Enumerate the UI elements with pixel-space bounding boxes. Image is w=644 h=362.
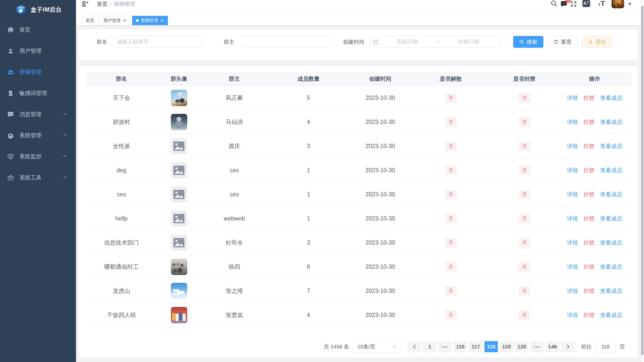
gear-icon xyxy=(8,132,14,139)
group-owner: 张之维 xyxy=(226,287,243,295)
view-members-link[interactable]: 查看成员 xyxy=(600,263,622,271)
group-owner-input[interactable] xyxy=(240,36,331,48)
column-header: 群主 xyxy=(202,75,267,83)
page-button-119[interactable]: 119 xyxy=(500,341,513,352)
more-pages-button[interactable]: ••• xyxy=(531,341,544,352)
next-page-button[interactable] xyxy=(561,341,575,352)
tab-2[interactable]: 群聊管理 xyxy=(132,16,168,25)
detail-link[interactable]: 详情 xyxy=(567,263,578,271)
ban-link[interactable]: 封禁 xyxy=(584,94,595,102)
reset-button[interactable]: 重置 xyxy=(548,36,578,48)
group-name: 哪都通临时工 xyxy=(104,263,139,271)
ban-link[interactable]: 封禁 xyxy=(584,215,595,222)
group-name: ces xyxy=(117,191,126,198)
column-header: 创建时间 xyxy=(350,75,410,83)
start-date-placeholder[interactable]: 开始日期 xyxy=(378,38,436,45)
goto-page-input[interactable] xyxy=(595,341,616,352)
translate-icon[interactable]: A文 xyxy=(582,0,590,7)
sidebar-item-label: 消息管理 xyxy=(19,111,42,118)
ban-link[interactable]: 封禁 xyxy=(584,263,595,271)
group-name: 碧游村 xyxy=(113,118,130,126)
ban-link[interactable]: 封禁 xyxy=(584,167,595,174)
page-size-select[interactable]: 10条/页 xyxy=(353,341,401,352)
ban-link[interactable]: 封禁 xyxy=(584,311,595,319)
tab-1[interactable]: 用户管理 xyxy=(100,16,130,25)
dissolved-tag: 否 xyxy=(445,166,457,175)
export-button[interactable]: 导出 xyxy=(582,36,612,48)
banned-tag: 否 xyxy=(519,214,530,223)
sidebar-item-7[interactable]: 系统工具 xyxy=(0,167,76,188)
view-members-link[interactable]: 查看成员 xyxy=(600,311,622,319)
group-avatar xyxy=(171,186,187,203)
created-time: 2023-10-30 xyxy=(365,239,395,246)
scrollbar-track[interactable] xyxy=(640,0,644,362)
ban-link[interactable]: 封禁 xyxy=(584,239,595,247)
view-members-link[interactable]: 查看成员 xyxy=(600,167,622,174)
sidebar-item-5[interactable]: 系统管理 xyxy=(0,125,76,146)
more-pages-button[interactable]: ••• xyxy=(438,341,452,352)
user-avatar[interactable] xyxy=(612,0,624,8)
prev-page-button[interactable] xyxy=(408,341,421,352)
banned-tag: 否 xyxy=(519,262,530,271)
view-members-link[interactable]: 查看成员 xyxy=(600,239,622,247)
detail-link[interactable]: 详情 xyxy=(567,167,578,174)
font-size-icon[interactable]: тT xyxy=(598,0,605,7)
chevron-down-icon xyxy=(63,113,67,116)
ban-link[interactable]: 封禁 xyxy=(584,191,595,198)
detail-link[interactable]: 详情 xyxy=(567,143,578,150)
sidebar-item-0[interactable]: 首页 xyxy=(0,19,76,40)
view-members-link[interactable]: 查看成员 xyxy=(600,118,622,126)
tab-0[interactable]: 首页 xyxy=(82,16,98,25)
scrollbar-thumb[interactable] xyxy=(641,6,643,355)
detail-link[interactable]: 详情 xyxy=(567,191,578,198)
search-button[interactable]: 搜索 xyxy=(513,36,543,48)
page-button-1[interactable]: 1 xyxy=(423,341,436,352)
group-owner: 龚庆 xyxy=(229,142,240,150)
ban-link[interactable]: 封禁 xyxy=(584,118,595,126)
detail-link[interactable]: 详情 xyxy=(567,94,578,102)
ban-link[interactable]: 封禁 xyxy=(584,287,595,295)
group-avatar xyxy=(171,307,187,323)
sidebar-item-3[interactable]: 敏感词管理 xyxy=(0,83,76,104)
user-menu-caret-icon[interactable] xyxy=(628,3,631,5)
page-button-116[interactable]: 116 xyxy=(454,341,467,352)
search-icon[interactable] xyxy=(551,0,557,7)
table-row: 天下会风正豪52023-10-30否否详情封禁查看成员 xyxy=(87,86,631,110)
page-button-118[interactable]: 118 xyxy=(484,341,498,352)
breadcrumb-current: 群聊管理 xyxy=(114,1,135,8)
table-row: 全性派龚庆32023-10-30否否详情封禁查看成员 xyxy=(87,134,631,158)
page-button-146[interactable]: 146 xyxy=(546,341,559,352)
document-icon xyxy=(8,90,14,96)
close-icon[interactable] xyxy=(123,19,127,22)
page-button-117[interactable]: 117 xyxy=(469,341,482,352)
sidebar: 盒子IM后台 首页用户管理群聊管理敏感词管理消息管理系统管理系统监控系统工具 xyxy=(0,0,76,362)
view-members-link[interactable]: 查看成员 xyxy=(600,287,622,295)
table-row: degces12023-10-30否否详情封禁查看成员 xyxy=(87,158,631,183)
end-date-placeholder[interactable]: 结束日期 xyxy=(440,38,498,45)
sidebar-toggle-icon[interactable] xyxy=(82,1,88,7)
detail-link[interactable]: 详情 xyxy=(567,239,578,247)
sidebar-item-1[interactable]: 用户管理 xyxy=(0,40,76,62)
detail-link[interactable]: 详情 xyxy=(567,118,578,126)
detail-link[interactable]: 详情 xyxy=(567,311,578,319)
breadcrumb-home[interactable]: 首页 xyxy=(97,1,107,8)
sidebar-item-2[interactable]: 群聊管理 xyxy=(0,62,76,83)
view-members-link[interactable]: 查看成员 xyxy=(600,143,622,150)
view-members-link[interactable]: 查看成员 xyxy=(600,215,622,222)
page-button-120[interactable]: 120 xyxy=(515,341,528,352)
table-row: 哪都通临时工徐四62023-10-30否否详情封禁查看成员 xyxy=(87,255,631,279)
group-name: 干饭四人组 xyxy=(107,311,136,319)
group-name: deg xyxy=(117,167,126,174)
detail-link[interactable]: 详情 xyxy=(567,287,578,295)
chevron-down-icon xyxy=(63,155,67,159)
sidebar-item-6[interactable]: 系统监控 xyxy=(0,146,76,167)
view-members-link[interactable]: 查看成员 xyxy=(600,191,622,198)
date-range-picker[interactable]: 开始日期 - 结束日期 xyxy=(369,36,501,48)
close-icon[interactable] xyxy=(160,19,164,22)
fullscreen-icon[interactable] xyxy=(570,1,577,8)
group-name-input[interactable] xyxy=(112,36,203,48)
sidebar-item-4[interactable]: 消息管理 xyxy=(0,104,76,125)
view-members-link[interactable]: 查看成员 xyxy=(600,94,622,102)
detail-link[interactable]: 详情 xyxy=(567,215,578,222)
ban-link[interactable]: 封禁 xyxy=(584,143,595,150)
